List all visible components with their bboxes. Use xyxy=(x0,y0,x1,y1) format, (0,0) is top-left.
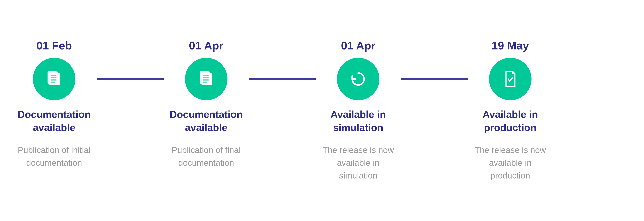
label-3: Available insimulation xyxy=(316,108,401,134)
circle-2 xyxy=(185,58,228,100)
timeline: 01 Feb 01 Apr 01 Apr 19 May xyxy=(12,39,553,182)
connector-1 xyxy=(97,78,164,80)
node-1 xyxy=(12,58,97,100)
svg-rect-13 xyxy=(200,72,209,83)
date-2: 01 Apr xyxy=(164,39,249,52)
date-1: 01 Feb xyxy=(12,39,97,52)
connector-3 xyxy=(401,78,468,80)
document-icon-2 xyxy=(196,68,217,90)
connector-2 xyxy=(249,78,316,80)
node-3 xyxy=(316,58,401,100)
desc-1: Publication of initial documentation xyxy=(12,144,97,182)
desc-3: The release is now available in simulati… xyxy=(316,144,401,182)
date-3: 01 Apr xyxy=(316,39,401,52)
document-icon xyxy=(44,68,65,90)
circle-3 xyxy=(337,58,380,100)
refresh-icon xyxy=(348,68,369,90)
node-2 xyxy=(164,58,249,100)
label-2: Documentationavailable xyxy=(164,108,249,134)
node-4 xyxy=(468,58,553,100)
desc-4: The release is now available in producti… xyxy=(468,144,553,182)
file-check-icon xyxy=(500,68,521,90)
date-4: 19 May xyxy=(468,39,553,52)
circle-4 xyxy=(489,58,532,100)
desc-2: Publication of final documentation xyxy=(164,144,249,182)
label-4: Available inproduction xyxy=(468,108,553,134)
label-1: Documentationavailable xyxy=(12,108,97,134)
svg-rect-6 xyxy=(48,72,57,83)
circle-1 xyxy=(33,58,76,100)
